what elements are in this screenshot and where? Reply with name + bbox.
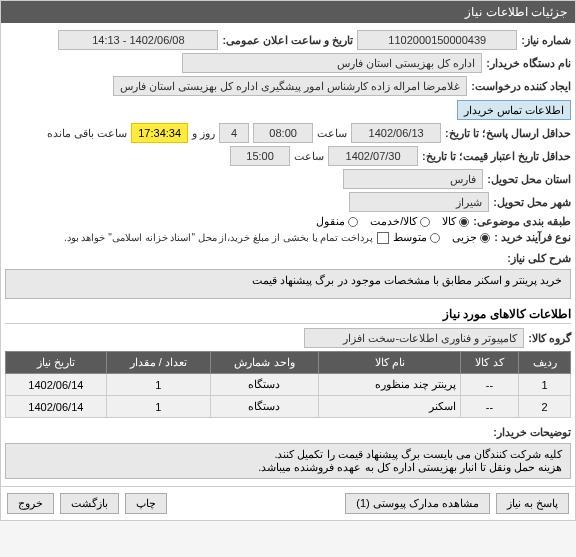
buyernotes-value: کلیه شرکت کنندگان می بایست برگ پیشنهاد ق… xyxy=(5,443,571,479)
maindesc-label: شرح کلی نیاز: xyxy=(507,252,571,265)
panel-content: شماره نیاز: 1102000150000439 تاریخ و ساع… xyxy=(1,23,575,486)
group-label: گروه کالا: xyxy=(528,332,571,345)
remaining-label: ساعت باقی مانده xyxy=(47,127,127,140)
table-row: 1 -- پرینتر چند منظوره دستگاه 1 1402/06/… xyxy=(6,374,571,396)
th-code: کد کالا xyxy=(460,352,518,374)
neednum-label: شماره نیاز: xyxy=(521,34,571,47)
deadline-date: 1402/06/13 xyxy=(351,123,441,143)
items-section-title: اطلاعات کالاهای مورد نیاز xyxy=(5,307,571,324)
radio-icon xyxy=(348,217,358,227)
announce-value: 1402/06/08 - 14:13 xyxy=(58,30,218,50)
radio-icon xyxy=(480,233,490,243)
treasury-checkbox[interactable] xyxy=(377,232,389,244)
radio-icon xyxy=(420,217,430,227)
th-unit: واحد شمارش xyxy=(210,352,319,374)
time-label-2: ساعت xyxy=(294,150,324,163)
panel-header: جزئیات اطلاعات نیاز xyxy=(1,1,575,23)
category-radio-service[interactable]: کالا/خدمت xyxy=(370,215,430,228)
days-word: روز و xyxy=(192,127,215,140)
panel-title: جزئیات اطلاعات نیاز xyxy=(465,5,567,19)
th-name: نام کالا xyxy=(319,352,461,374)
footer-buttons: پاسخ به نیاز مشاهده مدارک پیوستی (1) چاپ… xyxy=(1,486,575,520)
need-details-panel: جزئیات اطلاعات نیاز شماره نیاز: 11020001… xyxy=(0,0,576,521)
attachments-button[interactable]: مشاهده مدارک پیوستی (1) xyxy=(345,493,490,514)
radio-icon xyxy=(459,217,469,227)
table-row: 2 -- اسکنر دستگاه 1 1402/06/14 xyxy=(6,396,571,418)
group-value: کامپیوتر و فناوری اطلاعات-سخت افزار xyxy=(304,328,524,348)
process-radio-medium[interactable]: متوسط xyxy=(393,231,440,244)
buyerorg-label: نام دستگاه خریدار: xyxy=(486,57,571,70)
respond-button[interactable]: پاسخ به نیاز xyxy=(496,493,569,514)
print-button[interactable]: چاپ xyxy=(125,493,167,514)
category-radio-mix[interactable]: منقول xyxy=(316,215,358,228)
buyernotes-label: توضیحات خریدار: xyxy=(493,426,571,439)
treasury-note: پرداخت تمام یا بخشی از مبلغ خرید،از محل … xyxy=(64,232,373,243)
process-label: نوع فرآیند خرید : xyxy=(494,231,571,244)
buyerorg-value: اداره کل بهزیستی استان فارس xyxy=(182,53,482,73)
city-label: شهر محل تحویل: xyxy=(493,196,571,209)
validity-time: 15:00 xyxy=(230,146,290,166)
province-value: فارس xyxy=(343,169,483,189)
process-radio-group: جزیی متوسط xyxy=(393,231,490,244)
requester-label: ایجاد کننده درخواست: xyxy=(471,80,571,93)
validity-date: 1402/07/30 xyxy=(328,146,418,166)
items-table: ردیف کد کالا نام کالا واحد شمارش تعداد /… xyxy=(5,351,571,418)
days-left: 4 xyxy=(219,123,249,143)
th-date: تاریخ نیاز xyxy=(6,352,107,374)
city-value: شیراز xyxy=(349,192,489,212)
validity-label: حداقل تاریخ اعتبار قیمت؛ تا تاریخ: xyxy=(422,150,571,163)
maindesc-value: خرید پرینتر و اسکنر مطابق با مشخصات موجو… xyxy=(5,269,571,299)
category-radio-kala[interactable]: کالا xyxy=(442,215,469,228)
exit-button[interactable]: خروج xyxy=(7,493,54,514)
process-radio-partial[interactable]: جزیی xyxy=(452,231,490,244)
deadline-time: 08:00 xyxy=(253,123,313,143)
time-label-1: ساعت xyxy=(317,127,347,140)
back-button[interactable]: بازگشت xyxy=(60,493,119,514)
province-label: استان محل تحویل: xyxy=(487,173,571,186)
countdown-timer: 17:34:34 xyxy=(131,123,188,143)
th-qty: تعداد / مقدار xyxy=(106,352,210,374)
announce-label: تاریخ و ساعت اعلان عمومی: xyxy=(222,34,353,47)
category-radio-group: کالا کالا/خدمت منقول xyxy=(316,215,469,228)
category-label: طبقه بندی موضوعی: xyxy=(473,215,571,228)
deadline-label: حداقل ارسال پاسخ؛ تا تاریخ: xyxy=(445,127,571,140)
contact-buyer-button[interactable]: اطلاعات تماس خریدار xyxy=(457,100,571,120)
neednum-value: 1102000150000439 xyxy=(357,30,517,50)
th-row: ردیف xyxy=(519,352,571,374)
requester-value: غلامرضا امراله زاده کارشناس امور پیشگیری… xyxy=(113,76,468,96)
radio-icon xyxy=(430,233,440,243)
